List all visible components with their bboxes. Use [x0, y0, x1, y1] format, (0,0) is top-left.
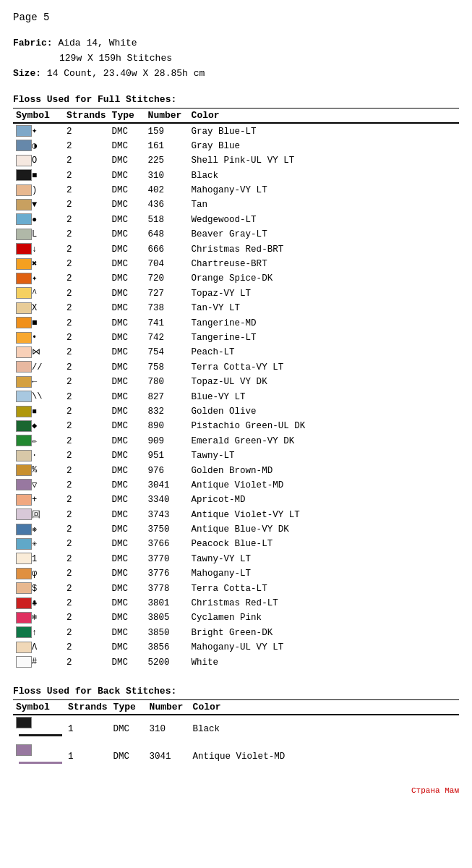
- type-cell: DMC: [109, 257, 145, 271]
- symbol-text: ✦: [32, 126, 37, 136]
- symbol-text: ✖: [32, 259, 37, 269]
- color-swatch: [16, 346, 32, 358]
- symbol-cell: ◼: [13, 315, 64, 330]
- color-swatch: [16, 332, 32, 344]
- color-swatch: [16, 450, 32, 461]
- number-cell: 780: [145, 375, 189, 389]
- number-cell: 310: [147, 715, 190, 743]
- type-cell: DMC: [109, 331, 145, 345]
- table-row: %2DMC976Golden Brown-MD: [13, 463, 459, 477]
- symbol-cell: +: [13, 493, 64, 507]
- color-swatch: [16, 597, 32, 609]
- table-row: ·2DMC951Tawny-LT: [13, 448, 459, 463]
- symbol-cell: [13, 715, 65, 743]
- symbol-text: ◑: [32, 141, 37, 151]
- color-name-cell: Pistachio Green-UL DK: [189, 419, 459, 433]
- number-cell: 976: [145, 463, 189, 477]
- color-name-cell: White: [189, 655, 459, 669]
- table-row: ▽2DMC3041Antique Violet-MD: [13, 478, 459, 493]
- symbol-cell: ✦: [13, 271, 64, 286]
- number-cell: 758: [145, 360, 189, 375]
- table-row: #2DMC5200White: [13, 655, 459, 669]
- symbol-cell: #: [13, 655, 64, 669]
- symbol-text: #: [32, 657, 37, 667]
- strands-cell: 2: [64, 610, 109, 625]
- symbol-cell: 回: [13, 508, 64, 522]
- type-cell: DMC: [109, 153, 145, 168]
- symbol-text: ●: [32, 215, 37, 225]
- page-title: Page 5: [13, 12, 459, 23]
- symbol-cell: ·: [13, 448, 64, 463]
- strands-cell: 2: [64, 315, 109, 330]
- symbol-text: ): [32, 185, 37, 195]
- color-swatch: [16, 273, 32, 284]
- strands-cell: 2: [64, 626, 109, 640]
- color-name-cell: Shell Pink-UL VY LT: [189, 153, 459, 168]
- symbol-cell: ❄: [13, 610, 64, 625]
- type-cell: DMC: [109, 360, 145, 375]
- symbol-text: ▽: [32, 480, 37, 490]
- strands-cell: 2: [64, 227, 109, 242]
- table-row: ↓2DMC666Christmas Red-BRT: [13, 242, 459, 257]
- color-name-cell: Christmas Red-LT: [189, 596, 459, 610]
- strands-cell: 2: [64, 257, 109, 271]
- color-name-cell: Apricot-MD: [189, 493, 459, 507]
- back-stitch-line: [19, 734, 62, 736]
- symbol-cell: ←: [13, 375, 64, 389]
- strands-cell: 2: [64, 242, 109, 257]
- type-cell: DMC: [109, 655, 145, 669]
- symbol-cell: X: [13, 301, 64, 315]
- symbol-cell: //: [13, 360, 64, 375]
- type-cell: DMC: [109, 419, 145, 433]
- symbol-cell: ◑: [13, 139, 64, 153]
- number-cell: 666: [145, 242, 189, 257]
- symbol-cell: ●: [13, 213, 64, 227]
- type-cell: DMC: [109, 434, 145, 448]
- strands-cell: 2: [64, 169, 109, 183]
- symbol-cell: ↑: [13, 626, 64, 640]
- type-cell: DMC: [111, 715, 147, 743]
- color-name-cell: Wedgewood-LT: [189, 213, 459, 227]
- number-cell: 890: [145, 419, 189, 433]
- type-cell: DMC: [109, 271, 145, 286]
- type-cell: DMC: [109, 183, 145, 197]
- table-row: ❋2DMC3750Antique Blue-VY DK: [13, 522, 459, 537]
- type-cell: DMC: [109, 301, 145, 315]
- type-cell: DMC: [109, 552, 145, 566]
- color-swatch: [16, 524, 32, 535]
- color-swatch: [16, 582, 32, 594]
- strands-cell: 2: [64, 552, 109, 566]
- type-cell: DMC: [109, 463, 145, 477]
- color-swatch: [16, 626, 32, 638]
- number-cell: 161: [145, 139, 189, 153]
- number-cell: 225: [145, 153, 189, 168]
- strands-cell: 2: [64, 566, 109, 581]
- type-cell: DMC: [109, 213, 145, 227]
- color-swatch: [16, 361, 32, 373]
- color-name-cell: Peacock Blue-LT: [189, 537, 459, 551]
- type-cell: DMC: [109, 493, 145, 507]
- table-row: ◑2DMC161Gray Blue: [13, 139, 459, 153]
- type-cell: DMC: [109, 582, 145, 596]
- color-name-cell: Mahogany-VY LT: [189, 183, 459, 197]
- color-name-cell: Antique Violet-MD: [190, 743, 459, 770]
- type-cell: DMC: [111, 743, 147, 770]
- strands-cell: 2: [64, 375, 109, 389]
- table-row: ♣2DMC3801Christmas Red-LT: [13, 596, 459, 610]
- table-row: ✳2DMC3766Peacock Blue-LT: [13, 537, 459, 551]
- full-stitches-title: Floss Used for Full Stitches:: [13, 94, 459, 105]
- color-name-cell: Tan: [189, 197, 459, 212]
- strands-cell: 2: [64, 508, 109, 522]
- color-swatch: [16, 509, 32, 520]
- table-row: ■2DMC310Black: [13, 169, 459, 183]
- table-row: φ2DMC3776Mahogany-LT: [13, 566, 459, 581]
- symbol-text: X: [32, 303, 37, 313]
- strands-cell: 2: [64, 419, 109, 433]
- type-cell: DMC: [109, 522, 145, 537]
- number-cell: 741: [145, 315, 189, 330]
- color-swatch: [16, 568, 32, 579]
- table-row: ◾2DMC832Golden Olive: [13, 404, 459, 419]
- table-row: ▼2DMC436Tan: [13, 197, 459, 212]
- strands-cell: 2: [64, 448, 109, 463]
- type-cell: DMC: [109, 375, 145, 389]
